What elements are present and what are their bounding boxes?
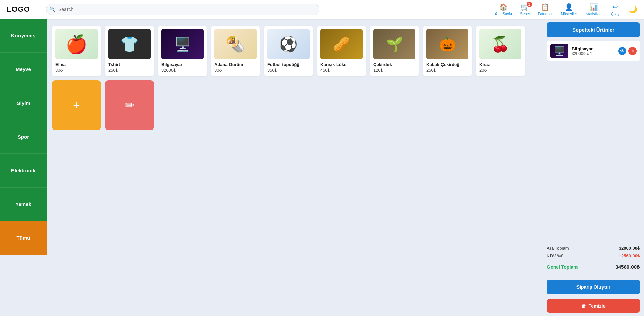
cart-item-bilgisayar: 🖥️ Bilgisayar 32000₺ x 1 👁 ✕	[547, 41, 640, 61]
product-card-futbol-topu[interactable]: ⚽ Futbol topuüğğ 350₺	[264, 26, 313, 76]
nav-label-istatistikler: İstatistikler	[585, 12, 603, 16]
sidebar: Kuriyemiş Meyve Giyim Spor Elektronik Ye…	[0, 19, 47, 316]
product-img-bilgisayar: 🖥️	[161, 29, 204, 59]
genel-toplam-label: Genel Toplam	[547, 264, 578, 270]
product-grid: 🍎 Elma 30₺ 👕 Tshirt 250₺ 🖥️ Bilgisayar 3…	[52, 26, 537, 130]
nav-label-sepet: Sepet	[520, 12, 530, 16]
temizle-button[interactable]: 🗑 Temizle	[547, 299, 640, 313]
cart-item-remove-button[interactable]: ✕	[628, 47, 637, 55]
product-price-kabak-cekirde: 250₺	[426, 68, 468, 73]
add-product-button[interactable]: +	[52, 80, 101, 130]
add-icon: +	[73, 98, 80, 112]
logout-icon: ↩	[612, 3, 618, 11]
kdv-row: KDV %8 +2560.00₺	[547, 253, 640, 258]
temizle-label: Temizle	[589, 303, 606, 309]
summary-divider	[547, 261, 640, 261]
product-img-futbol-topu: ⚽	[267, 29, 310, 59]
product-card-adana-durum[interactable]: 🌯 Adana Dürüm 30₺	[211, 26, 260, 76]
product-name-kiraz: Kiraz	[479, 62, 521, 67]
cart-item-img-bilgisayar: 🖥️	[550, 44, 568, 58]
trash-icon: 🗑	[581, 303, 586, 309]
nav-item-ana-sayfa[interactable]: 🏠 Ana Sayfa	[495, 3, 512, 16]
ara-toplam-row: Ara Toplam 32000.00₺	[547, 246, 640, 251]
product-card-kiraz[interactable]: 🍒 Kiraz 20₺	[476, 26, 525, 76]
header: LOGO 🔍 🏠 Ana Sayfa 🛒 1 Sepet 📋 Faturalar…	[0, 0, 644, 19]
cart-item-view-button[interactable]: 👁	[618, 47, 626, 55]
cart-item-info-bilgisayar: Bilgisayar 32000₺ x 1	[572, 46, 615, 56]
product-card-bilgisayar[interactable]: 🖥️ Bilgisayar 32000₺	[158, 26, 207, 76]
sidebar-label-giyim: Giyim	[16, 100, 30, 106]
product-card-kabak-cekirde[interactable]: 🎃 Kabak Çekirdeği 250₺	[423, 26, 472, 76]
cart-item-price-bilgisayar: 32000₺ x 1	[572, 51, 615, 56]
sidebar-item-meyve[interactable]: Meyve	[0, 53, 47, 86]
sidebar-item-elektronik[interactable]: Elektronik	[0, 154, 47, 188]
nav-item-musteriler[interactable]: 👤 Müsteriler	[561, 3, 577, 16]
search-icon: 🔍	[49, 6, 56, 12]
product-price-karisik-luks: 450₺	[320, 68, 363, 73]
cart-item-controls: 👁 ✕	[618, 47, 637, 55]
nav-label-cikis: Çıkış	[611, 12, 619, 16]
product-name-elma: Elma	[55, 62, 98, 67]
product-name-bilgisayar: Bilgisayar	[161, 62, 204, 67]
product-img-karisik-luks: 🥜	[320, 29, 363, 59]
product-price-cekirdek: 120₺	[373, 68, 415, 73]
search-input[interactable]	[46, 4, 319, 15]
product-name-futbol-topu: Futbol topuüğğ	[267, 62, 310, 67]
invoice-icon: 📋	[541, 3, 549, 11]
nav-item-istatistikler[interactable]: 📊 İstatistikler	[585, 3, 603, 16]
product-img-kabak-cekirde: 🎃	[426, 29, 468, 59]
ara-toplam-label: Ara Toplam	[547, 246, 569, 251]
sidebar-item-spor[interactable]: Spor	[0, 120, 47, 154]
product-name-adana-durum: Adana Dürüm	[214, 62, 257, 67]
home-icon: 🏠	[499, 3, 508, 11]
nav-label-ana-sayfa: Ana Sayfa	[495, 12, 512, 16]
edit-product-button[interactable]: ✏	[105, 80, 154, 130]
cart-badge: 1	[527, 2, 532, 7]
product-card-elma[interactable]: 🍎 Elma 30₺	[52, 26, 101, 76]
product-img-adana-durum: 🌯	[214, 29, 257, 59]
stats-icon: 📊	[590, 3, 598, 11]
product-price-bilgisayar: 32000₺	[161, 68, 204, 73]
siparis-olustur-button[interactable]: Sipariş Oluştur	[547, 280, 640, 294]
product-price-adana-durum: 30₺	[214, 68, 257, 73]
main-content: 🍎 Elma 30₺ 👕 Tshirt 250₺ 🖥️ Bilgisayar 3…	[47, 19, 543, 316]
product-img-kiraz: 🍒	[479, 29, 521, 59]
sidebar-item-kuriyemis[interactable]: Kuriyemiş	[0, 19, 47, 53]
sidebar-label-yemek: Yemek	[15, 201, 31, 207]
cart-item-name-bilgisayar: Bilgisayar	[572, 46, 615, 51]
product-img-elma: 🍎	[55, 29, 98, 59]
ara-toplam-value: 32000.00₺	[619, 246, 640, 251]
sidebar-label-tumu: Tümü	[17, 235, 30, 241]
right-panel: Sepetteki Ürünler 🖥️ Bilgisayar 32000₺ x…	[543, 19, 644, 316]
product-price-elma: 30₺	[55, 68, 98, 73]
nav-label-musteriler: Müsteriler	[561, 12, 577, 16]
product-img-tshirt: 👕	[108, 29, 151, 59]
nav-item-sepet[interactable]: 🛒 1 Sepet	[520, 3, 530, 16]
sidebar-item-yemek[interactable]: Yemek	[0, 188, 47, 221]
product-card-tshirt[interactable]: 👕 Tshirt 250₺	[105, 26, 154, 76]
sidebar-label-meyve: Meyve	[16, 66, 31, 72]
kdv-label: KDV %8	[547, 253, 563, 258]
product-card-karisik-luks[interactable]: 🥜 Karışık Lüks 450₺	[317, 26, 366, 76]
genel-toplam-row: Genel Toplam 34560.00₺	[547, 264, 640, 270]
genel-toplam-value: 34560.00₺	[615, 264, 640, 270]
sidebar-label-elektronik: Elektronik	[11, 168, 36, 173]
sepetteki-urunler-button[interactable]: Sepetteki Ürünler	[547, 22, 640, 37]
product-card-cekirdek[interactable]: 🌱 Çekirdek 120₺	[370, 26, 419, 76]
product-price-futbol-topu: 350₺	[267, 68, 310, 73]
product-name-cekirdek: Çekirdek	[373, 62, 415, 67]
dark-mode-toggle[interactable]: 🌙	[629, 5, 637, 13]
product-name-tshirt: Tshirt	[108, 62, 151, 67]
sidebar-label-spor: Spor	[18, 134, 29, 140]
cart-summary: Ara Toplam 32000.00₺ KDV %8 +2560.00₺ Ge…	[547, 243, 640, 275]
sidebar-item-giyim[interactable]: Giyim	[0, 86, 47, 120]
product-name-karisik-luks: Karışık Lüks	[320, 62, 363, 67]
product-name-kabak-cekirde: Kabak Çekirdeği	[426, 62, 468, 67]
sidebar-label-kuriyemis: Kuriyemiş	[11, 33, 36, 38]
product-price-tshirt: 250₺	[108, 68, 151, 73]
nav-label-faturalar: Faturalar	[538, 12, 553, 16]
nav-item-cikis[interactable]: ↩ Çıkış	[611, 3, 619, 16]
nav-item-faturalar[interactable]: 📋 Faturalar	[538, 3, 553, 16]
nav-bar: 🏠 Ana Sayfa 🛒 1 Sepet 📋 Faturalar 👤 Müst…	[495, 3, 637, 16]
sidebar-item-tumu[interactable]: Tümü	[0, 221, 47, 255]
